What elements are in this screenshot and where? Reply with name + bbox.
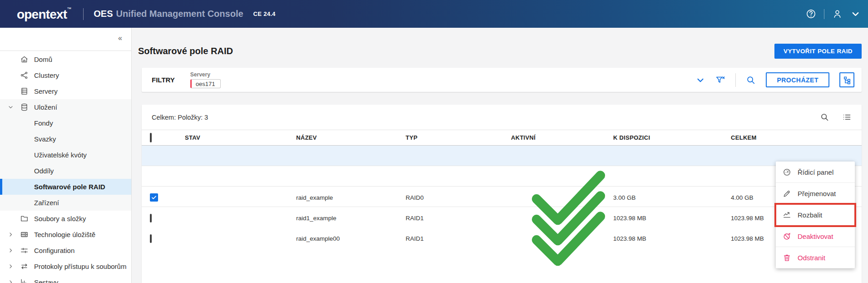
sidebar-item-label: Fondy [34,119,53,127]
column-header-typ[interactable]: TYP [406,134,511,141]
sidebar-item-label: Uživatelské kvóty [34,151,87,159]
browse-button[interactable]: PROCHÁZET [766,72,829,87]
sidebar-item-label: Softwarové pole RAID [34,183,105,191]
row-checkbox[interactable] [150,234,152,243]
menu-item-label: Odstranit [798,254,825,262]
clusters-icon [20,71,29,80]
table-row[interactable]: raid1_example RAID1 1023.98 MB 1023.98 M… [142,166,862,187]
chevron-right-icon[interactable] [8,263,14,269]
menu-item-label: Deaktivovat [798,232,833,240]
menu-item-prejmenovat[interactable]: Přejmenovat [776,183,855,204]
tree-view-button[interactable] [839,72,854,87]
column-header-k-dispozici[interactable]: K DISPOZICI [613,134,731,141]
chevron-right-icon[interactable] [8,279,14,283]
sidebar-item-fondy[interactable]: Fondy [0,115,131,131]
select-all-checkbox[interactable] [150,133,152,142]
chevron-right-icon[interactable] [8,248,14,253]
sidebar-item-protokoly-pristupu[interactable]: Protokoly přístupu k souborům [0,258,131,274]
raid-available: 1023.98 MB [613,215,731,222]
reports-icon [20,278,29,283]
row-context-menu: Řídicí panel Přejmenovat Rozbalit Deakti… [776,162,855,268]
table-search-icon[interactable] [820,112,829,122]
sidebar-item-label: Protokoly přístupu k souborům [34,263,126,270]
sidebar-item-ulozeni[interactable]: Uložení [0,99,131,115]
sidebar-item-zarizeni[interactable]: Zařízení [0,195,131,211]
column-header-stav[interactable]: STAV [185,134,296,141]
items-count: Celkem: Položky: 3 [152,114,208,121]
transfer-icon [20,262,29,271]
top-bar: opentext™ OES Unified Management Console… [0,0,868,28]
storage-icon [20,103,29,111]
server-filter-caption: Servery [190,71,221,78]
sidebar-item-svazky[interactable]: Svazky [0,131,131,147]
page-title: Softwarové pole RAID [138,46,233,56]
storage-tech-icon [20,230,29,239]
column-header-nazev[interactable]: NÁZEV [296,134,406,141]
header-divider [83,8,84,20]
raid-name: raid_example00 [296,235,406,242]
user-menu-chevron-icon[interactable] [850,9,861,19]
sidebar-item-uzivatelske-kvoty[interactable]: Uživatelské kvóty [0,147,131,163]
sidebar-item-label: Clustery [34,71,59,79]
menu-item-label: Přejmenovat [798,190,836,197]
create-raid-button[interactable]: VYTVOŘIT POLE RAID [774,44,862,59]
sidebar-item-label: Domů [34,56,52,63]
sidebar-item-label: Servery [34,87,58,95]
column-header-aktivni[interactable]: AKTIVNÍ [511,134,613,141]
raid-type: RAID0 [406,194,511,201]
product-name: OES [94,9,113,19]
table-columns-icon[interactable] [842,112,852,122]
column-header-celkem[interactable]: CELKEM [731,134,831,141]
help-icon[interactable] [806,9,816,19]
sidebar-collapse-button[interactable]: « [118,34,122,42]
sidebar-item-sestavy[interactable]: Sestavy [0,274,131,283]
opentext-logo: opentext™ [17,6,71,22]
clear-filter-icon[interactable] [715,75,725,85]
sidebar-item-softwarove-pole-raid[interactable]: Softwarové pole RAID [0,179,131,195]
main-content: Softwarové pole RAID VYTVOŘIT POLE RAID … [132,28,868,283]
menu-item-ridici-panel[interactable]: Řídicí panel [776,162,855,183]
sidebar-item-label: Svazky [34,135,56,143]
sidebar-item-configuration[interactable]: Configuration [0,243,131,258]
filter-bar: FILTRY Servery oes171 PROCHÁZET [142,68,862,92]
dashboard-icon [783,168,791,177]
menu-item-odstranit[interactable]: Odstranit [776,247,855,268]
sidebar-item-servery[interactable]: Servery [0,83,131,99]
sidebar-item-soubory-a-slozky[interactable]: Soubory a složky [0,211,131,227]
chevron-right-icon[interactable] [8,232,14,238]
deactivate-icon [783,232,791,241]
filter-divider [735,73,736,87]
sidebar-item-technologie-uloziste[interactable]: Technologie úložiště [0,227,131,243]
raid-name: raid1_example [296,215,406,222]
sidebar-item-clustery[interactable]: Clustery [0,67,131,83]
chevron-down-icon[interactable] [8,104,14,110]
sidebar-item-domu[interactable]: Domů [0,51,131,67]
sidebar-item-label: Sestavy [34,278,58,283]
pencil-icon [783,189,791,198]
menu-item-deaktivovat[interactable]: Deaktivovat [776,226,855,247]
search-icon[interactable] [746,75,756,85]
table-row[interactable]: raid_example RAID0 3.00 GB 4.00 GB [142,146,862,166]
filters-label: FILTRY [152,76,175,84]
raid-type: RAID1 [406,235,511,242]
sidebar-item-label: Zařízení [34,199,59,207]
raid-name: raid_example [296,194,406,201]
sidebar-item-oddily[interactable]: Oddíly [0,163,131,179]
server-filter-chip[interactable]: oes171 [190,79,221,88]
sidebar-group-ulozeni: Uložení Fondy Svazky Uživatelské kvóty O… [0,99,131,211]
sidebar-item-label: Uložení [34,103,57,111]
row-checkbox[interactable] [150,193,158,202]
raid-available: 1023.98 MB [613,235,731,242]
raid-table-card: Celkem: Položky: 3 STAV NÁZEV TYP AKTIVN… [142,105,862,283]
user-icon[interactable] [832,9,843,19]
menu-item-rozbalit[interactable]: Rozbalit [776,204,855,226]
raid-type: RAID1 [406,215,511,222]
sliders-icon [20,246,29,255]
trademark: ™ [67,6,71,11]
row-checkbox[interactable] [150,214,152,222]
folder-icon [20,214,29,223]
filter-expand-chevron-icon[interactable] [695,75,705,85]
menu-item-label: Rozbalit [798,211,822,219]
menu-item-label: Řídicí panel [798,168,833,176]
table-header-row: STAV NÁZEV TYP AKTIVNÍ K DISPOZICI CELKE… [142,130,862,146]
